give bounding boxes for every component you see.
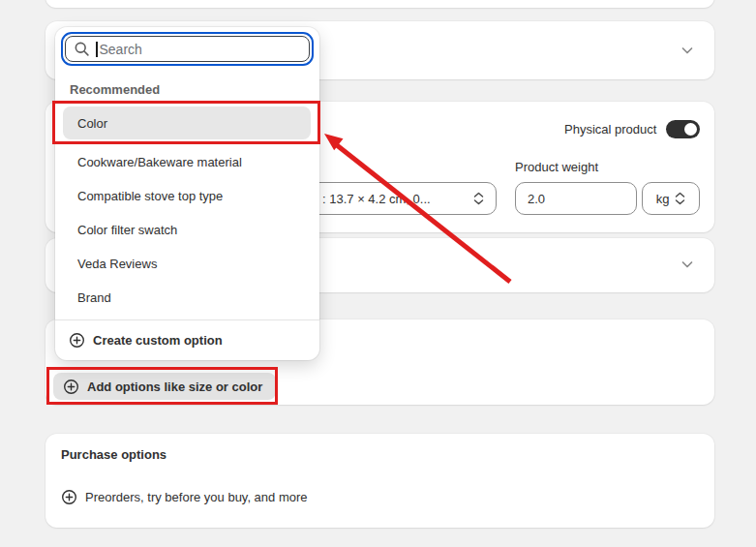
chevron-down-icon[interactable]: [678, 255, 697, 274]
purchase-options-card: Purchase options Preorders, try before y…: [45, 434, 714, 528]
dropdown-item-compatible-stove-top-type[interactable]: Compatible stove top type: [63, 179, 311, 213]
search-field: [65, 36, 310, 62]
add-options-button[interactable]: Add options like size or color: [53, 373, 276, 400]
dimensions-select[interactable]: : 13.7 × 4.2 cm, 0...: [290, 182, 497, 215]
product-weight-input[interactable]: [516, 192, 636, 206]
purchase-options-title: Purchase options: [61, 447, 166, 462]
physical-product-toggle[interactable]: [666, 120, 700, 138]
toggle-knob: [684, 123, 697, 136]
dropdown-item-veda-reviews[interactable]: Veda Reviews: [63, 247, 311, 281]
text-cursor: [96, 42, 98, 57]
stepper-icon: [675, 192, 685, 205]
dropdown-item-cookware-bakeware-material[interactable]: Cookware/Bakeware material: [63, 145, 311, 179]
stepper-icon: [473, 192, 484, 205]
dropdown-section-header: Recommended: [70, 82, 160, 97]
dropdown-item-brand[interactable]: Brand: [63, 281, 311, 315]
plus-circle-icon: [69, 332, 85, 349]
dropdown-divider: [55, 319, 319, 320]
create-custom-option-label: Create custom option: [93, 333, 223, 348]
product-weight-label: Product weight: [515, 160, 598, 174]
create-custom-option-button[interactable]: Create custom option: [63, 323, 312, 356]
dropdown-item-color-filter-swatch[interactable]: Color filter swatch: [63, 213, 311, 247]
weight-unit-select[interactable]: kg: [642, 182, 700, 215]
weight-unit-value: kg: [656, 192, 670, 206]
chevron-down-icon[interactable]: [678, 41, 697, 60]
product-weight-field: [515, 182, 637, 215]
purchase-options-cta-label: Preorders, try before you buy, and more: [85, 490, 308, 504]
add-options-label: Add options like size or color: [87, 380, 262, 394]
physical-product-row: Physical product: [564, 120, 700, 138]
search-icon: [74, 41, 90, 57]
search-input[interactable]: [100, 42, 302, 57]
plus-circle-icon: [61, 489, 77, 505]
physical-product-label: Physical product: [564, 122, 656, 137]
dropdown-item-color[interactable]: Color: [63, 106, 311, 139]
plus-circle-icon: [63, 379, 79, 395]
options-dropdown: Recommended Color Cookware/Bakeware mate…: [55, 27, 319, 360]
search-field-focus-ring: [61, 32, 314, 66]
card-partial-top: [45, 0, 714, 8]
purchase-options-cta[interactable]: Preorders, try before you buy, and more: [61, 489, 308, 505]
